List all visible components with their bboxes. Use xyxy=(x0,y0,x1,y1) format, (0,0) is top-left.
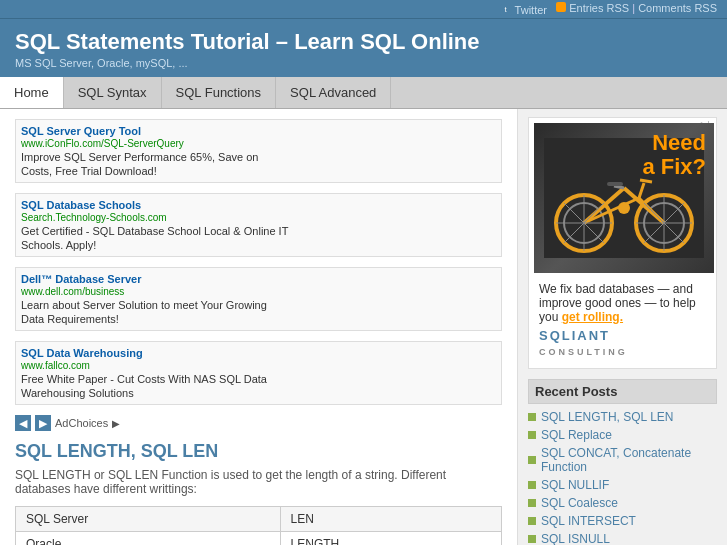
twitter-link[interactable]: Twitter xyxy=(515,4,547,16)
list-item: SQL Coalesce xyxy=(528,494,717,512)
table-cell: SQL Server xyxy=(16,507,281,532)
list-item: SQL ISNULL xyxy=(528,530,717,545)
table-cell: LENGTH xyxy=(280,532,501,546)
site-title: SQL Statements Tutorial – Learn SQL Onli… xyxy=(15,29,712,55)
recent-post-link[interactable]: SQL ISNULL xyxy=(541,532,610,545)
sidebar-ad-logo: SQLIANT CONSULTING xyxy=(539,328,706,358)
main-nav: Home SQL Syntax SQL Functions SQL Advanc… xyxy=(0,77,727,109)
list-dot xyxy=(528,499,536,507)
recent-post-link[interactable]: SQL CONCAT, Concatenate Function xyxy=(541,446,717,474)
ad-link-3[interactable]: Dell™ Database Server xyxy=(21,273,496,285)
recent-post-link[interactable]: SQL NULLIF xyxy=(541,478,609,492)
top-bar: t Twitter Entries RSS | Comments RSS xyxy=(0,0,727,19)
table-row: Oracle LENGTH xyxy=(16,532,502,546)
ad-text-2b: Schools. Apply! xyxy=(21,239,496,251)
rss-icon xyxy=(556,2,569,14)
nav-sql-syntax[interactable]: SQL Syntax xyxy=(64,77,162,108)
recent-post-link[interactable]: SQL INTERSECT xyxy=(541,514,636,528)
list-item: SQL INTERSECT xyxy=(528,512,717,530)
list-item: SQL LENGTH, SQL LEN xyxy=(528,408,717,426)
ad-text-1a: Improve SQL Server Performance 65%, Save… xyxy=(21,151,496,163)
svg-rect-10 xyxy=(607,182,623,186)
list-dot xyxy=(528,481,536,489)
nav-sql-advanced[interactable]: SQL Advanced xyxy=(276,77,391,108)
recent-post-link[interactable]: SQL Coalesce xyxy=(541,496,618,510)
sidebar-ad: Ads xyxy=(528,117,717,369)
list-item: SQL Replace xyxy=(528,426,717,444)
ad-text-2a: Get Certified - SQL Database School Loca… xyxy=(21,225,496,237)
ad-prev-button[interactable]: ◀ xyxy=(15,415,31,431)
sidebar-ad-image: Need a Fix? xyxy=(534,123,714,273)
ad-choices-icon: ▶ xyxy=(112,418,120,429)
ad-url-4: www.fallco.com xyxy=(21,360,90,371)
ad-url-2: Search.Technology-Schools.com xyxy=(21,212,167,223)
recent-post-link[interactable]: SQL Replace xyxy=(541,428,612,442)
ad-next-button[interactable]: ▶ xyxy=(35,415,51,431)
table-cell: Oracle xyxy=(16,532,281,546)
sidebar-ad-cta[interactable]: get rolling. xyxy=(562,310,623,324)
nav-home[interactable]: Home xyxy=(0,77,64,108)
ad-text-4b: Warehousing Solutions xyxy=(21,387,496,399)
twitter-icon: t Twitter xyxy=(500,4,547,16)
ad-link-2[interactable]: SQL Database Schools xyxy=(21,199,496,211)
main-content: SQL Server Query Tool www.iConFlo.com/SQ… xyxy=(0,109,517,545)
ad-url-1: www.iConFlo.com/SQL-ServerQuery xyxy=(21,138,184,149)
site-header: SQL Statements Tutorial – Learn SQL Onli… xyxy=(0,19,727,77)
ad-text-1b: Costs, Free Trial Download! xyxy=(21,165,496,177)
recent-post-link[interactable]: SQL LENGTH, SQL LEN xyxy=(541,410,674,424)
table-row: SQL Server LEN xyxy=(16,507,502,532)
comments-rss-link[interactable]: Comments RSS xyxy=(638,2,717,14)
nav-sql-functions[interactable]: SQL Functions xyxy=(162,77,277,108)
list-dot xyxy=(528,517,536,525)
ad-block-4: SQL Data Warehousing www.fallco.com Free… xyxy=(15,341,502,405)
ad-block-3: Dell™ Database Server www.dell.com/busin… xyxy=(15,267,502,331)
ad-text-3a: Learn about Server Solution to meet Your… xyxy=(21,299,496,311)
ad-link-4[interactable]: SQL Data Warehousing xyxy=(21,347,496,359)
svg-line-12 xyxy=(640,180,652,182)
list-dot xyxy=(528,413,536,421)
sidebar-ad-text: We fix bad databases — and improve good … xyxy=(534,273,711,363)
sidebar-ad-body: We fix bad databases — and improve good … xyxy=(539,282,706,324)
ad-block-2: SQL Database Schools Search.Technology-S… xyxy=(15,193,502,257)
recent-posts-list: SQL LENGTH, SQL LEN SQL Replace SQL CONC… xyxy=(528,408,717,545)
svg-point-13 xyxy=(618,202,630,214)
table-cell: LEN xyxy=(280,507,501,532)
site-subtitle: MS SQL Server, Oracle, mySQL, ... xyxy=(15,57,712,69)
ad-text-3b: Data Requirements! xyxy=(21,313,496,325)
ad-choices-label: AdChoices xyxy=(55,417,108,429)
ad-link-1[interactable]: SQL Server Query Tool xyxy=(21,125,496,137)
entries-rss-link[interactable]: Entries RSS xyxy=(569,2,629,14)
page-layout: SQL Server Query Tool www.iConFlo.com/SQ… xyxy=(0,109,727,545)
list-item: SQL CONCAT, Concatenate Function xyxy=(528,444,717,476)
list-dot xyxy=(528,431,536,439)
svg-line-9 xyxy=(614,186,624,188)
ad-choices-nav: ◀ ▶ AdChoices ▶ xyxy=(15,415,502,431)
sidebar: Ads xyxy=(517,109,727,545)
recent-posts-header: Recent Posts xyxy=(528,379,717,404)
sidebar-ad-headline: Need a Fix? xyxy=(642,131,706,179)
list-dot xyxy=(528,535,536,543)
article-description: SQL LENGTH or SQL LEN Function is used t… xyxy=(15,468,502,496)
ad-text-4a: Free White Paper - Cut Costs With NAS SQ… xyxy=(21,373,496,385)
sql-table: SQL Server LEN Oracle LENGTH MySQL LENGT… xyxy=(15,506,502,545)
ad-url-3: www.dell.com/business xyxy=(21,286,124,297)
article-title: SQL LENGTH, SQL LEN xyxy=(15,441,502,462)
list-dot xyxy=(528,456,536,464)
ad-block-1: SQL Server Query Tool www.iConFlo.com/SQ… xyxy=(15,119,502,183)
list-item: SQL NULLIF xyxy=(528,476,717,494)
